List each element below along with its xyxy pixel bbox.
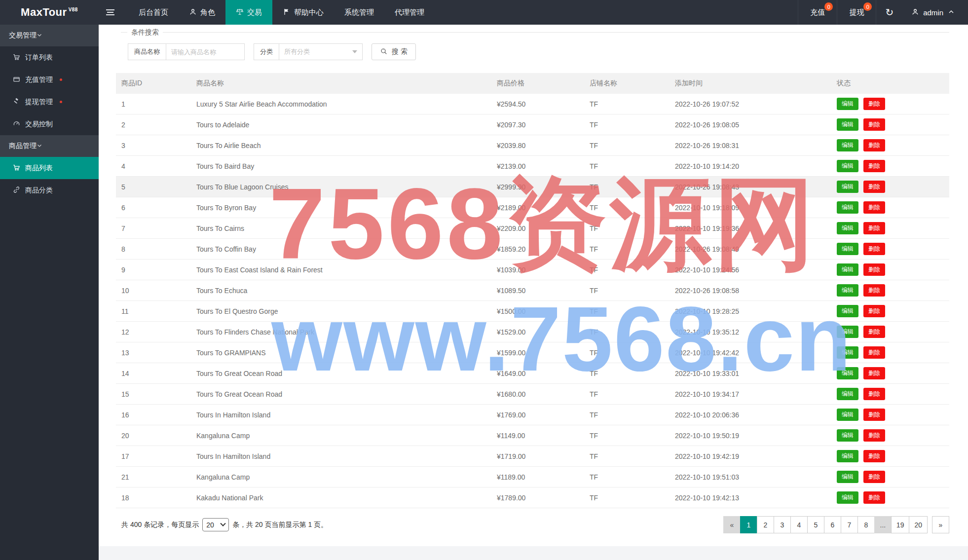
sidebar-item-label: 商品分类 <box>25 186 53 195</box>
delete-button[interactable]: 删除 <box>863 471 885 483</box>
table-row: 21Kangaluna Camp¥1189.00TF2022-10-10 19:… <box>116 467 949 487</box>
nav-system[interactable]: 系统管理 <box>334 0 384 25</box>
page-button[interactable]: 1 <box>740 516 757 533</box>
records-summary: 共 400 条记录，每页显示 20 条，共 20 页当前显示第 1 页。 <box>121 518 328 531</box>
cell-actions: 编辑删除 <box>837 367 949 379</box>
cell-product-price: ¥2209.00 <box>497 224 590 232</box>
delete-button[interactable]: 删除 <box>863 388 885 400</box>
edit-button[interactable]: 编辑 <box>837 284 858 297</box>
delete-button[interactable]: 删除 <box>863 305 885 317</box>
withdraw-button[interactable]: 提现 0 <box>837 0 876 25</box>
product-name-input[interactable] <box>166 43 245 60</box>
delete-button[interactable]: 删除 <box>863 326 885 338</box>
delete-button[interactable]: 删除 <box>863 346 885 359</box>
cell-add-time: 2022-10-10 19:42:19 <box>675 452 837 460</box>
edit-button[interactable]: 编辑 <box>837 450 858 462</box>
nav-dashboard[interactable]: 后台首页 <box>128 0 179 25</box>
page-button[interactable]: 2 <box>757 516 774 533</box>
cell-actions: 编辑删除 <box>837 243 949 255</box>
cell-product-name: Tours To Echuca <box>196 287 497 295</box>
edit-button[interactable]: 编辑 <box>837 201 858 214</box>
edit-button[interactable]: 编辑 <box>837 471 858 483</box>
edit-button[interactable]: 编辑 <box>837 181 858 193</box>
category-label: 分类 <box>254 43 279 60</box>
recharge-button[interactable]: 充值 0 <box>798 0 837 25</box>
edit-button[interactable]: 编辑 <box>837 305 858 317</box>
sidebar-item-product-category[interactable]: 商品分类 <box>0 179 99 201</box>
cell-shop-name: TF <box>590 287 675 295</box>
delete-button[interactable]: 删除 <box>863 160 885 172</box>
page-button[interactable]: 4 <box>790 516 808 533</box>
edit-button[interactable]: 编辑 <box>837 367 858 379</box>
page-button[interactable]: ... <box>874 516 892 533</box>
cell-product-price: ¥2999.90 <box>497 183 590 191</box>
page-button[interactable]: » <box>932 516 949 533</box>
edit-button[interactable]: 编辑 <box>837 118 858 131</box>
page-button[interactable]: 8 <box>857 516 875 533</box>
col-shop-name: 店铺名称 <box>590 79 675 88</box>
refresh-icon[interactable]: ↻ <box>876 0 902 25</box>
edit-button[interactable]: 编辑 <box>837 388 858 400</box>
nav-roles[interactable]: 角色 <box>179 0 225 25</box>
sidebar-item-product-list[interactable]: 商品列表 <box>0 157 99 179</box>
page-button[interactable]: 7 <box>841 516 858 533</box>
delete-button[interactable]: 删除 <box>863 139 885 151</box>
delete-button[interactable]: 删除 <box>863 118 885 131</box>
edit-button[interactable]: 编辑 <box>837 346 858 359</box>
sidebar-item-withdraw-mgmt[interactable]: 提现管理 <box>0 91 99 113</box>
nav-help-center[interactable]: 帮助中心 <box>272 0 334 25</box>
menu-toggle-icon[interactable] <box>99 0 121 25</box>
cell-shop-name: TF <box>590 349 675 357</box>
edit-button[interactable]: 编辑 <box>837 160 858 172</box>
nav-trade[interactable]: 交易 <box>225 0 272 25</box>
cell-add-time: 2022-10-10 19:24:56 <box>675 266 837 274</box>
page-button[interactable]: 20 <box>909 516 928 533</box>
delete-button[interactable]: 删除 <box>863 263 885 276</box>
cell-product-name: Tours To Coffin Bay <box>196 245 497 253</box>
delete-button[interactable]: 删除 <box>863 222 885 234</box>
delete-button[interactable]: 删除 <box>863 201 885 214</box>
edit-button[interactable]: 编辑 <box>837 98 858 110</box>
page-button[interactable]: 3 <box>774 516 791 533</box>
sidebar-group-product[interactable]: 商品管理 <box>0 135 99 157</box>
category-select[interactable]: 所有分类 <box>279 43 363 60</box>
cell-product-id: 3 <box>121 142 196 149</box>
cell-product-price: ¥1039.00 <box>497 266 590 274</box>
edit-button[interactable]: 编辑 <box>837 409 858 421</box>
edit-button[interactable]: 编辑 <box>837 139 858 151</box>
edit-button[interactable]: 编辑 <box>837 243 858 255</box>
sidebar-item-order-list[interactable]: 订单列表 <box>0 46 99 69</box>
edit-button[interactable]: 编辑 <box>837 429 858 442</box>
page-button[interactable]: 6 <box>824 516 841 533</box>
user-menu[interactable]: admin <box>902 0 968 25</box>
cell-product-price: ¥2189.00 <box>497 204 590 212</box>
sidebar-group-trade[interactable]: 交易管理 <box>0 25 99 46</box>
delete-button[interactable]: 删除 <box>863 491 885 504</box>
cell-actions: 编辑删除 <box>837 263 949 276</box>
nav-agent[interactable]: 代理管理 <box>384 0 435 25</box>
notification-dot <box>60 78 62 81</box>
sidebar-item-recharge-mgmt[interactable]: 充值管理 <box>0 69 99 91</box>
delete-button[interactable]: 删除 <box>863 243 885 255</box>
page-button[interactable]: « <box>723 516 741 533</box>
search-button[interactable]: 搜 索 <box>372 43 416 60</box>
delete-button[interactable]: 删除 <box>863 98 885 110</box>
page-button[interactable]: 5 <box>807 516 824 533</box>
delete-button[interactable]: 删除 <box>863 450 885 462</box>
delete-button[interactable]: 删除 <box>863 181 885 193</box>
delete-button[interactable]: 删除 <box>863 429 885 442</box>
link-icon <box>13 186 20 195</box>
edit-button[interactable]: 编辑 <box>837 326 858 338</box>
cell-actions: 编辑删除 <box>837 491 949 504</box>
cell-add-time: 2022-10-10 19:28:25 <box>675 307 837 315</box>
page-size-select[interactable]: 20 <box>202 518 229 531</box>
delete-button[interactable]: 删除 <box>863 409 885 421</box>
delete-button[interactable]: 删除 <box>863 367 885 379</box>
delete-button[interactable]: 删除 <box>863 284 885 297</box>
sidebar-item-trade-control[interactable]: 交易控制 <box>0 113 99 135</box>
edit-button[interactable]: 编辑 <box>837 263 858 276</box>
gauge-icon <box>13 120 20 129</box>
edit-button[interactable]: 编辑 <box>837 222 858 234</box>
page-button[interactable]: 19 <box>891 516 910 533</box>
edit-button[interactable]: 编辑 <box>837 491 858 504</box>
